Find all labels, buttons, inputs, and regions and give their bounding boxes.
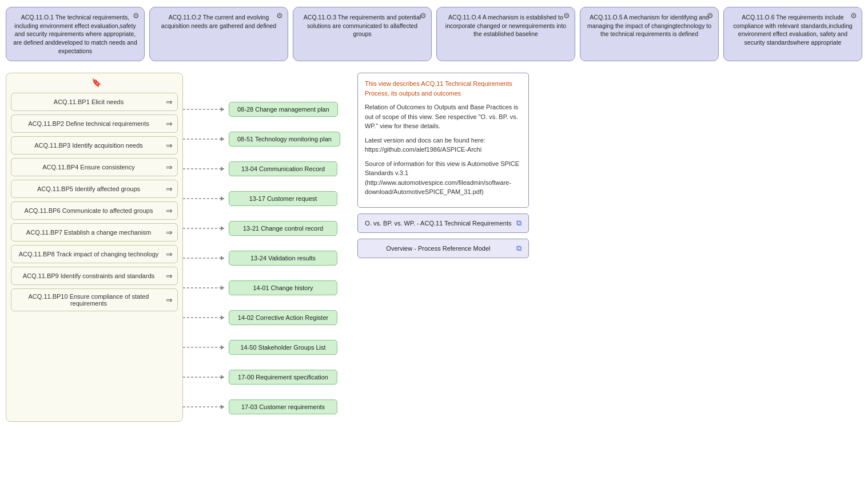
- bp-item-arrow-bp10: ⇒: [166, 295, 173, 304]
- line-segment-out7: [183, 273, 229, 303]
- line-segment-out11: [183, 392, 229, 422]
- output-row-out9: 14-50 Stakeholder Groups List: [229, 332, 340, 362]
- info-para-1: Relation of Outcomes to Outputs and Base…: [365, 102, 521, 131]
- nav-card-label-nav2: Overview - Process Reference Model: [365, 245, 512, 252]
- bp-item-bp5[interactable]: ACQ.11.BP5 Identify affected groups ⇒: [11, 180, 178, 198]
- bp-item-label-bp4: ACQ.11.BP4 Ensure consistency: [42, 164, 134, 171]
- bp-item-arrow-bp8: ⇒: [166, 250, 173, 259]
- nav-card-icon-nav1: ⧉: [516, 219, 521, 228]
- bp-item-arrow-bp3: ⇒: [166, 141, 173, 150]
- lines-col: [183, 73, 229, 422]
- output-card-out5[interactable]: 13-21 Change control record: [229, 221, 337, 236]
- output-card-out11[interactable]: 17-03 Customer requirements: [229, 399, 337, 414]
- output-card-label-out5: 13-21 Change control record: [243, 225, 323, 232]
- bp-item-arrow-bp7: ⇒: [166, 228, 173, 237]
- line-segment-out3: [183, 154, 229, 184]
- svg-marker-11: [221, 256, 224, 260]
- output-row-out3: 13-04 Communication Record: [229, 154, 340, 184]
- bp-item-bp10[interactable]: ACQ.11.BP10 Ensure compliance of stated …: [11, 288, 178, 311]
- outcome-card-text-3: ACQ.11.O.3 The requirements and potentia…: [304, 14, 421, 37]
- outcome-card-icon-5[interactable]: ⚙: [707, 11, 714, 21]
- svg-marker-1: [221, 107, 224, 112]
- outcome-card-text-6: ACQ.11.O.6 The requirements include comp…: [733, 14, 852, 46]
- svg-marker-5: [221, 167, 224, 171]
- svg-marker-9: [221, 226, 224, 231]
- output-card-out1[interactable]: 08-28 Change management plan: [229, 102, 338, 117]
- bp-item-bp9[interactable]: ACQ.11.BP9 Identify constraints and stan…: [11, 267, 178, 285]
- outcome-cards-row: ⚙ ACQ.11.O.1 The technical requirements,…: [0, 0, 868, 73]
- svg-marker-19: [221, 375, 224, 379]
- line-segment-out10: [183, 362, 229, 392]
- bookmark-icon[interactable]: 🔖: [91, 78, 101, 87]
- output-card-out7[interactable]: 14-01 Change history: [229, 280, 337, 295]
- info-box: This view describes ACQ.11 Technical Req…: [357, 73, 529, 208]
- outcome-card-2: ⚙ ACQ.11.O.2 The current and evolving ac…: [149, 7, 288, 61]
- output-card-out10[interactable]: 17-00 Requirement specification: [229, 370, 337, 385]
- bp-item-label-bp5: ACQ.11.BP5 Identify affected groups: [37, 185, 140, 192]
- main-content: 🔖 ACQ.11.BP1 Elicit needs ⇒ACQ.11.BP2 De…: [0, 73, 868, 427]
- nav-card-label-nav1: O. vs. BP. vs. WP. - ACQ.11 Technical Re…: [365, 220, 512, 227]
- outcome-card-icon-4[interactable]: ⚙: [563, 11, 570, 21]
- output-row-out10: 17-00 Requirement specification: [229, 362, 340, 392]
- outcome-card-icon-1[interactable]: ⚙: [133, 11, 140, 21]
- line-segment-out9: [183, 332, 229, 362]
- outcome-card-5: ⚙ ACQ.11.O.5 A mechanism for identifying…: [580, 7, 719, 61]
- bp-item-bp8[interactable]: ACQ.11.BP8 Track impact of changing tech…: [11, 245, 178, 263]
- bp-item-arrow-bp4: ⇒: [166, 163, 173, 172]
- nav-card-nav1[interactable]: O. vs. BP. vs. WP. - ACQ.11 Technical Re…: [357, 213, 529, 233]
- bp-item-bp3[interactable]: ACQ.11.BP3 Identify acquisition needs ⇒: [11, 136, 178, 155]
- bp-item-bp1[interactable]: ACQ.11.BP1 Elicit needs ⇒: [11, 93, 178, 111]
- output-card-out9[interactable]: 14-50 Stakeholder Groups List: [229, 340, 337, 355]
- output-row-out11: 17-03 Customer requirements: [229, 392, 340, 422]
- outcome-card-icon-2[interactable]: ⚙: [276, 11, 283, 21]
- output-card-label-out2: 08-51 Technology monitoring plan: [237, 136, 332, 142]
- bp-item-label-bp8: ACQ.11.BP8 Track impact of changing tech…: [19, 251, 159, 258]
- output-card-out8[interactable]: 14-02 Corrective Action Register: [229, 310, 337, 325]
- line-segment-out1: [183, 94, 229, 124]
- line-segment-out8: [183, 303, 229, 332]
- outcome-card-icon-6[interactable]: ⚙: [850, 11, 857, 21]
- bp-item-arrow-bp9: ⇒: [166, 271, 173, 280]
- line-segment-out4: [183, 184, 229, 213]
- output-card-label-out1: 08-28 Change management plan: [237, 106, 329, 113]
- outcome-card-text-2: ACQ.11.O.2 The current and evolving acqu…: [161, 14, 276, 29]
- svg-marker-3: [221, 137, 224, 141]
- svg-marker-7: [221, 196, 224, 201]
- svg-marker-17: [221, 345, 224, 350]
- svg-marker-21: [221, 405, 224, 409]
- outcome-card-text-1: ACQ.11.O.1 The technical requirements, i…: [13, 14, 137, 54]
- bp-item-arrow-bp2: ⇒: [166, 119, 173, 128]
- bp-panel: 🔖 ACQ.11.BP1 Elicit needs ⇒ACQ.11.BP2 De…: [6, 73, 183, 422]
- line-segment-out6: [183, 243, 229, 273]
- bp-item-bp2[interactable]: ACQ.11.BP2 Define technical requirements…: [11, 114, 178, 133]
- bp-item-label-bp9: ACQ.11.BP9 Identify constraints and stan…: [23, 272, 155, 279]
- outcome-card-6: ⚙ ACQ.11.O.6 The requirements include co…: [723, 7, 862, 61]
- output-card-label-out9: 14-50 Stakeholder Groups List: [240, 344, 325, 351]
- bp-item-arrow-bp1: ⇒: [166, 97, 173, 106]
- output-card-out3[interactable]: 13-04 Communication Record: [229, 161, 337, 176]
- outputs-col: 08-28 Change management plan08-51 Techno…: [229, 73, 340, 422]
- bp-item-arrow-bp6: ⇒: [166, 206, 173, 215]
- bp-item-bp7[interactable]: ACQ.11.BP7 Establish a change mechanism …: [11, 223, 178, 242]
- bp-item-label-bp2: ACQ.11.BP2 Define technical requirements: [28, 120, 149, 127]
- output-row-out6: 13-24 Validation results: [229, 243, 340, 273]
- bp-item-label-bp3: ACQ.11.BP3 Identify acquisition needs: [34, 142, 143, 149]
- outcome-card-icon-3[interactable]: ⚙: [420, 11, 427, 21]
- output-card-label-out8: 14-02 Corrective Action Register: [238, 314, 328, 321]
- line-segment-out5: [183, 213, 229, 243]
- bp-item-label-bp7: ACQ.11.BP7 Establish a change mechanism: [26, 229, 151, 236]
- output-card-out6[interactable]: 13-24 Validation results: [229, 251, 337, 266]
- bp-item-label-bp6: ACQ.11.BP6 Communicate to affected group…: [25, 207, 153, 214]
- outcome-card-text-4: ACQ.11.O.4 A mechanism is established to…: [445, 14, 566, 37]
- info-para-3: Source of information for this view is A…: [365, 159, 521, 197]
- bp-item-bp4[interactable]: ACQ.11.BP4 Ensure consistency ⇒: [11, 158, 178, 176]
- output-card-out2[interactable]: 08-51 Technology monitoring plan: [229, 132, 340, 147]
- bp-item-label-bp1: ACQ.11.BP1 Elicit needs: [54, 98, 124, 105]
- svg-marker-13: [221, 286, 224, 290]
- nav-card-nav2[interactable]: Overview - Process Reference Model ⧉: [357, 239, 529, 258]
- info-para-2: Latest version and docs can be found her…: [365, 136, 521, 155]
- output-card-label-out10: 17-00 Requirement specification: [238, 374, 328, 381]
- output-card-out4[interactable]: 13-17 Customer request: [229, 191, 337, 206]
- bp-item-bp6[interactable]: ACQ.11.BP6 Communicate to affected group…: [11, 201, 178, 220]
- output-card-label-out3: 13-04 Communication Record: [241, 165, 325, 172]
